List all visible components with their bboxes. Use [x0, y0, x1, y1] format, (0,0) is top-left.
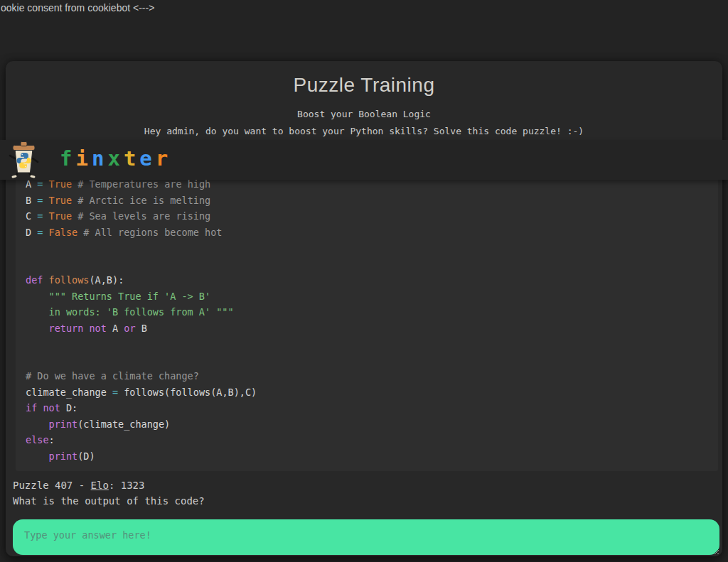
puzzle-number-label: Puzzle 407 - — [13, 480, 91, 491]
code-line: """ Returns True if 'A -> B' — [26, 288, 708, 305]
greeting-text: Hey admin, do you want to boost your Pyt… — [6, 126, 722, 136]
elo-value: : 1323 — [109, 480, 145, 491]
code-line: def follows(A,B): — [26, 272, 708, 288]
brand-wordmark[interactable]: finxter — [60, 146, 171, 171]
code-line: print(climate_change) — [26, 416, 708, 433]
brand-letter: n — [92, 146, 107, 171]
question-text: What is the output of this code? — [13, 495, 205, 507]
brand-letter: f — [60, 146, 75, 171]
brand-letter: x — [107, 146, 123, 171]
code-line — [26, 256, 708, 273]
code-line: D = False # All regions become hot — [26, 225, 708, 241]
code-line: return not A or B — [26, 320, 708, 337]
finxter-logo-icon[interactable] — [6, 141, 43, 179]
cookie-consent-text: ookie consent from cookiebot <---> — [1, 2, 154, 13]
code-block: A = True # Temperatures are highB = True… — [16, 169, 718, 471]
code-line — [26, 240, 708, 256]
code-line — [26, 336, 708, 352]
code-line: B = True # Arctic ice is melting — [26, 193, 708, 209]
page-title: Puzzle Training — [6, 74, 722, 97]
code-line: C = True # Sea levels are rising — [26, 208, 708, 225]
navbar: finxter — [0, 140, 728, 180]
brand-letter: e — [139, 146, 155, 171]
page: ookie consent from cookiebot <---> Puzzl… — [0, 0, 728, 562]
subtitle: Boost your Boolean Logic — [6, 109, 722, 119]
code-line: # Do we have a climate change? — [26, 368, 708, 384]
code-line: else: — [26, 432, 708, 448]
brand-letter: r — [156, 146, 171, 171]
code-line: in words: 'B follows from A' """ — [26, 304, 708, 320]
code-line: climate_change = follows(follows(A,B),C) — [26, 384, 708, 401]
code-line: print(D) — [26, 448, 708, 465]
brand-letter: t — [124, 146, 139, 171]
code-line — [26, 352, 708, 369]
answer-input[interactable] — [13, 519, 719, 555]
puzzle-panel: Puzzle Training Boost your Boolean Logic… — [6, 61, 722, 556]
elo-link[interactable]: Elo — [91, 480, 109, 491]
brand-letter: i — [75, 146, 91, 171]
code-line: if not D: — [26, 400, 708, 416]
puzzle-meta-line: Puzzle 407 - Elo: 1323 — [13, 480, 144, 491]
